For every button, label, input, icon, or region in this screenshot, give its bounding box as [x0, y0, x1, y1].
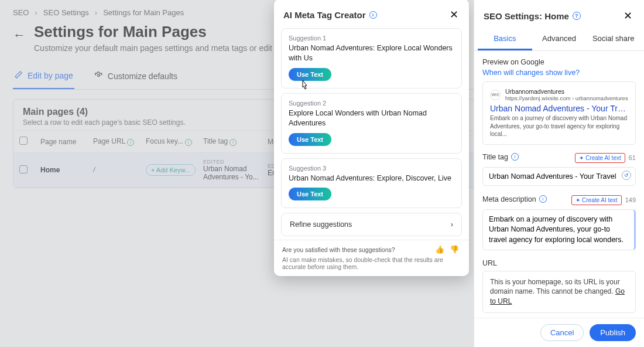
ai-meta-tag-modal: AI Meta Tag Creatori ✕ Suggestion 1 Urba… — [274, 0, 469, 276]
use-text-button[interactable]: Use Text — [289, 68, 331, 81]
info-icon[interactable]: i — [369, 11, 377, 19]
info-icon[interactable]: i — [539, 195, 547, 203]
suggestion-card: Suggestion 2 Explore Local Wonders with … — [281, 93, 462, 154]
url-info-box: This is your homepage, so its URL is you… — [482, 271, 636, 313]
sparkle-icon: ✦ — [579, 155, 584, 161]
tab-social-share[interactable]: Social share — [586, 27, 640, 50]
panel-title: SEO Settings: Home? — [484, 11, 620, 21]
seo-settings-panel: SEO Settings: Home? ✕ Basics Advanced So… — [474, 0, 644, 347]
use-text-button[interactable]: Use Text — [289, 188, 331, 200]
suggestion-card: Suggestion 3 Urban Nomad Adventures: Exp… — [281, 158, 462, 209]
google-preview-card: WIX Urbannomadventures https://yardenj.w… — [482, 81, 636, 145]
title-tag-input[interactable] — [482, 167, 636, 186]
meta-description-input[interactable] — [482, 209, 636, 250]
feedback-question: Are you satisfied with these suggestions… — [282, 246, 395, 253]
thumbs-down-icon[interactable]: 👎 — [448, 245, 461, 254]
google-preview-desc: Embark on a journey of discovery with Ur… — [490, 114, 628, 138]
publish-button[interactable]: Publish — [590, 324, 636, 341]
suggestion-card: Suggestion 1 Urban Nomad Adventures: Exp… — [281, 28, 462, 89]
help-icon[interactable]: ? — [573, 12, 581, 20]
char-count: 61 — [629, 154, 636, 161]
create-ai-text-button[interactable]: ✦Create AI text — [575, 153, 625, 163]
chevron-right-icon: › — [451, 220, 453, 229]
tab-basics[interactable]: Basics — [478, 27, 532, 50]
close-icon[interactable]: ✕ — [446, 7, 462, 22]
thumbs-up-icon[interactable]: 👍 — [433, 245, 446, 254]
refine-suggestions-button[interactable]: Refine suggestions› — [281, 213, 462, 236]
ai-disclaimer: AI can make mistakes, so double-check th… — [282, 256, 461, 270]
sparkle-icon: ✦ — [576, 197, 580, 203]
cancel-button[interactable]: Cancel — [540, 324, 584, 341]
reset-icon[interactable]: ↺ — [622, 171, 631, 180]
google-preview-title: Urban Nomad Adventures - Your Tra… — [490, 104, 628, 113]
site-favicon: WIX — [490, 90, 501, 100]
use-text-button[interactable]: Use Text — [289, 133, 331, 146]
close-icon[interactable]: ✕ — [620, 8, 636, 23]
info-icon[interactable]: i — [511, 153, 519, 161]
create-ai-text-button[interactable]: ✦Create AI text — [571, 195, 622, 205]
char-count: 149 — [625, 196, 636, 203]
preview-label: Preview on Google — [482, 58, 636, 66]
preview-help-link[interactable]: When will changes show live? — [482, 69, 580, 77]
tab-advanced[interactable]: Advanced — [532, 27, 587, 50]
modal-title: AI Meta Tag Creatori — [283, 10, 446, 20]
